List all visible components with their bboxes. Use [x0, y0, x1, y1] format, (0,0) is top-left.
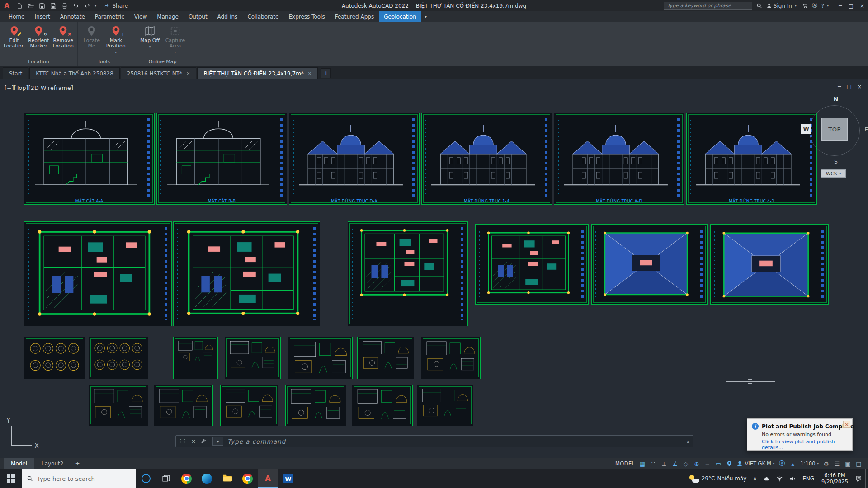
ortho-icon[interactable]: ⊥	[659, 459, 669, 469]
share-button[interactable]: Share	[104, 3, 128, 9]
online-map-panel-title[interactable]: Online Map	[130, 57, 195, 66]
command-line-customize-button[interactable]	[198, 438, 209, 444]
undo-button[interactable]	[71, 1, 81, 10]
new-layout-button[interactable]: +	[71, 458, 84, 469]
edit-location-button[interactable]: Edit Location	[2, 24, 26, 49]
autocad-logo-icon[interactable]: A	[2, 1, 13, 10]
sheet-section-b-b[interactable]: MẶT CẮT B-B	[156, 113, 287, 205]
taskbar-autocad-button[interactable]: A	[258, 469, 278, 488]
command-line-grip[interactable]: ⋮⋮	[176, 438, 189, 444]
ucs-icon[interactable]: Y X	[5, 416, 47, 455]
drawing-canvas[interactable]: [−][Top][2D Wireframe] ─ □ × MẶT CẮT A-A…	[0, 79, 868, 458]
taskbar-chrome-button[interactable]	[176, 469, 197, 488]
autodesk-app-button[interactable]: Ⓐ	[812, 2, 817, 9]
object-snap-icon[interactable]: ⊕	[692, 459, 701, 469]
selection-cycling-icon[interactable]: ▭	[713, 459, 723, 469]
sheet-floor-plan-2[interactable]	[173, 221, 320, 326]
task-view-button[interactable]	[156, 469, 176, 488]
command-prompt-icon[interactable]: ▸	[212, 437, 223, 446]
taskbar-search-input[interactable]: Type here to search	[22, 469, 136, 488]
viewport-restore-icon[interactable]: □	[847, 84, 852, 90]
file-tab-biet-thu[interactable]: BIỆT THỰ TÂN CỔ ĐIỂN 23,4x19,7m* ×	[197, 67, 318, 79]
viewport-close-icon[interactable]: ×	[857, 84, 862, 90]
mark-position-button[interactable]: + Mark Position ▾	[104, 24, 128, 55]
plot-button[interactable]	[59, 1, 70, 10]
tab-output[interactable]: Output	[184, 11, 212, 22]
location-panel-title[interactable]: Location	[0, 57, 77, 66]
model-space-button[interactable]: MODEL	[614, 459, 637, 469]
tab-geolocation[interactable]: Geolocation	[379, 11, 421, 22]
polar-tracking-icon[interactable]: ∠	[670, 459, 679, 469]
show-desktop-button[interactable]	[865, 469, 868, 488]
tab-view[interactable]: View	[129, 11, 152, 22]
tab-collaborate[interactable]: Collaborate	[242, 11, 283, 22]
sheet-floor-plan-3[interactable]	[348, 221, 468, 326]
sheet-detail-10[interactable]	[220, 385, 278, 426]
cortana-button[interactable]	[136, 469, 156, 488]
sheet-detail-4[interactable]	[225, 337, 281, 379]
start-button[interactable]	[0, 469, 22, 488]
toast-close-icon[interactable]: ×	[843, 421, 850, 428]
workspace-switching-button[interactable]: VIET-GK-M ▾	[735, 459, 776, 469]
ribbon-display-caret[interactable]: ▾	[421, 11, 430, 22]
minimize-button[interactable]: ─	[839, 3, 842, 9]
new-drawing-tab-button[interactable]: +	[321, 68, 331, 78]
layout-tab-model[interactable]: Model	[4, 458, 34, 469]
taskbar-edge-button[interactable]	[197, 469, 217, 488]
command-input[interactable]: Type a command	[227, 438, 286, 445]
tab-express-tools[interactable]: Express Tools	[283, 11, 330, 22]
action-center-button[interactable]	[852, 469, 865, 488]
remove-location-button[interactable]: × Remove Location	[51, 24, 75, 49]
annotation-visibility-icon[interactable]: Ⓐ	[777, 459, 787, 469]
viewcube-west-label[interactable]: W	[801, 124, 811, 134]
sheet-detail-5[interactable]	[288, 337, 353, 379]
grid-icon[interactable]: ▦	[637, 459, 647, 469]
onedrive-button[interactable]	[760, 469, 773, 488]
sheet-floor-plan-4[interactable]	[475, 224, 589, 305]
sheet-elevation-1-4[interactable]: MẶT ĐỨNG TRỤC 1-4	[421, 113, 552, 205]
close-tab-icon[interactable]: ×	[308, 71, 311, 76]
viewcube[interactable]: N E S W TOP WCS ▾	[803, 95, 868, 184]
redo-button[interactable]	[82, 1, 92, 10]
signin-button[interactable]: Sign In ▾	[766, 3, 798, 9]
tab-insert[interactable]: Insert	[29, 11, 55, 22]
volume-button[interactable]	[786, 469, 799, 488]
app-store-button[interactable]	[802, 3, 808, 9]
sheet-section-a-a[interactable]: MẶT CẮT A-A	[24, 113, 155, 205]
tab-manage[interactable]: Manage	[152, 11, 184, 22]
gear-icon[interactable]: ⚙	[821, 459, 831, 469]
sheet-detail-11[interactable]	[285, 385, 346, 426]
sheet-roof-plan-1[interactable]	[591, 224, 708, 305]
sheet-detail-8[interactable]	[89, 385, 148, 426]
file-tab-kttc[interactable]: KTTC-Nhà a Thế Anh 250828	[29, 67, 120, 79]
snap-icon[interactable]: ∷	[648, 459, 658, 469]
sheet-detail-13[interactable]	[417, 385, 473, 426]
isodraft-icon[interactable]: ◇	[681, 459, 690, 469]
file-tab-start[interactable]: Start	[3, 67, 28, 79]
sheet-detail-9[interactable]	[154, 385, 213, 426]
save-button[interactable]	[37, 1, 47, 10]
search-button[interactable]	[756, 3, 762, 9]
lineweight-icon[interactable]: ≡	[703, 459, 712, 469]
restore-button[interactable]: □	[849, 3, 854, 9]
keyword-search-input[interactable]: Type a keyword or phrase	[664, 2, 752, 10]
capture-area-button[interactable]: Capture Area ▾	[163, 24, 188, 55]
command-history-scroll-icon[interactable]: ▴	[687, 439, 693, 444]
tab-featured-apps[interactable]: Featured Apps	[330, 11, 379, 22]
viewcube-south-label[interactable]: S	[803, 159, 868, 165]
viewport-controls-label[interactable]: [−][Top][2D Wireframe]	[5, 84, 73, 91]
viewcube-north-label[interactable]: N	[803, 96, 868, 103]
layout-tab-layout2[interactable]: Layout2	[34, 458, 71, 469]
open-file-button[interactable]	[25, 1, 36, 10]
new-file-button[interactable]	[14, 1, 24, 10]
command-line[interactable]: ⋮⋮ × ▸ Type a command ▴	[175, 435, 693, 447]
qat-customize-caret[interactable]: ▾	[93, 4, 98, 8]
isolate-objects-icon[interactable]: ▣	[843, 459, 853, 469]
wcs-dropdown[interactable]: WCS ▾	[821, 169, 846, 178]
language-indicator[interactable]: ENG	[799, 469, 817, 488]
clean-screen-icon[interactable]: □	[854, 459, 863, 469]
tab-home[interactable]: Home	[4, 11, 29, 22]
taskbar-clock[interactable]: 6:46 PM 9/20/2025	[817, 469, 852, 488]
sheet-detail-2[interactable]	[89, 337, 148, 379]
sheet-detail-1[interactable]	[24, 337, 85, 379]
